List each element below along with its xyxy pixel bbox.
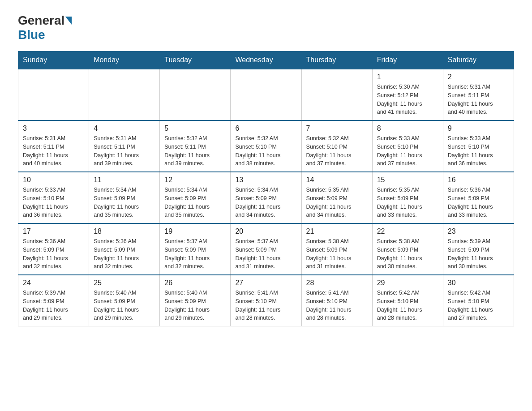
day-number: 19 <box>164 227 226 235</box>
day-info: Sunrise: 5:31 AMSunset: 5:11 PMDaylight:… <box>23 134 84 168</box>
day-number: 28 <box>306 279 368 287</box>
calendar-cell: 3Sunrise: 5:31 AMSunset: 5:11 PMDaylight… <box>18 120 89 172</box>
calendar-cell: 7Sunrise: 5:32 AMSunset: 5:10 PMDaylight… <box>301 120 372 172</box>
day-number: 25 <box>94 279 155 287</box>
day-number: 12 <box>164 176 226 184</box>
day-info: Sunrise: 5:33 AMSunset: 5:10 PMDaylight:… <box>448 134 509 168</box>
calendar-cell <box>89 69 160 120</box>
calendar-cell: 14Sunrise: 5:35 AMSunset: 5:09 PMDayligh… <box>301 172 372 223</box>
calendar-week-row: 1Sunrise: 5:30 AMSunset: 5:12 PMDaylight… <box>18 69 514 120</box>
day-info: Sunrise: 5:32 AMSunset: 5:11 PMDaylight:… <box>164 134 226 168</box>
calendar-cell: 17Sunrise: 5:36 AMSunset: 5:09 PMDayligh… <box>18 223 89 275</box>
weekday-header-friday: Friday <box>372 51 443 69</box>
day-info: Sunrise: 5:41 AMSunset: 5:10 PMDaylight:… <box>306 289 368 322</box>
calendar-cell <box>231 69 301 120</box>
day-number: 26 <box>164 279 226 287</box>
calendar-cell: 4Sunrise: 5:31 AMSunset: 5:11 PMDaylight… <box>89 120 160 172</box>
calendar-cell: 30Sunrise: 5:42 AMSunset: 5:10 PMDayligh… <box>443 275 514 326</box>
calendar-cell: 25Sunrise: 5:40 AMSunset: 5:09 PMDayligh… <box>89 275 160 326</box>
calendar-cell: 19Sunrise: 5:37 AMSunset: 5:09 PMDayligh… <box>160 223 231 275</box>
day-info: Sunrise: 5:31 AMSunset: 5:11 PMDaylight:… <box>448 83 509 116</box>
day-info: Sunrise: 5:35 AMSunset: 5:09 PMDaylight:… <box>377 186 438 219</box>
logo-blue-text: Blue <box>18 28 45 42</box>
calendar-cell: 27Sunrise: 5:41 AMSunset: 5:10 PMDayligh… <box>231 275 301 326</box>
logo-triangle-icon <box>65 17 72 25</box>
day-number: 9 <box>448 124 509 133</box>
day-number: 8 <box>377 124 438 133</box>
calendar-cell: 8Sunrise: 5:33 AMSunset: 5:10 PMDaylight… <box>372 120 443 172</box>
weekday-header-monday: Monday <box>89 51 160 69</box>
day-number: 5 <box>164 124 226 133</box>
day-number: 14 <box>306 176 368 184</box>
day-info: Sunrise: 5:34 AMSunset: 5:09 PMDaylight:… <box>94 186 155 219</box>
day-info: Sunrise: 5:32 AMSunset: 5:10 PMDaylight:… <box>235 134 296 168</box>
calendar-cell: 9Sunrise: 5:33 AMSunset: 5:10 PMDaylight… <box>443 120 514 172</box>
calendar-week-row: 3Sunrise: 5:31 AMSunset: 5:11 PMDaylight… <box>18 120 514 172</box>
logo-general-text: General <box>18 13 64 28</box>
calendar-cell: 20Sunrise: 5:37 AMSunset: 5:09 PMDayligh… <box>231 223 301 275</box>
weekday-header-row: SundayMondayTuesdayWednesdayThursdayFrid… <box>18 51 514 69</box>
calendar-cell <box>18 69 89 120</box>
weekday-header-wednesday: Wednesday <box>231 51 301 69</box>
weekday-header-thursday: Thursday <box>301 51 372 69</box>
day-number: 4 <box>94 124 155 133</box>
day-info: Sunrise: 5:34 AMSunset: 5:09 PMDaylight:… <box>235 186 296 219</box>
day-info: Sunrise: 5:39 AMSunset: 5:09 PMDaylight:… <box>448 237 509 271</box>
calendar-cell: 1Sunrise: 5:30 AMSunset: 5:12 PMDaylight… <box>372 69 443 120</box>
day-info: Sunrise: 5:35 AMSunset: 5:09 PMDaylight:… <box>306 186 368 219</box>
calendar-cell: 22Sunrise: 5:38 AMSunset: 5:09 PMDayligh… <box>372 223 443 275</box>
day-info: Sunrise: 5:40 AMSunset: 5:09 PMDaylight:… <box>94 289 155 322</box>
logo: General Blue <box>18 13 73 42</box>
day-number: 27 <box>235 279 296 287</box>
day-number: 3 <box>23 124 84 133</box>
day-info: Sunrise: 5:31 AMSunset: 5:11 PMDaylight:… <box>94 134 155 168</box>
calendar-cell: 26Sunrise: 5:40 AMSunset: 5:09 PMDayligh… <box>160 275 231 326</box>
day-number: 29 <box>377 279 438 287</box>
calendar-cell: 10Sunrise: 5:33 AMSunset: 5:10 PMDayligh… <box>18 172 89 223</box>
day-info: Sunrise: 5:42 AMSunset: 5:10 PMDaylight:… <box>448 289 509 322</box>
day-info: Sunrise: 5:37 AMSunset: 5:09 PMDaylight:… <box>235 237 296 271</box>
calendar-cell: 12Sunrise: 5:34 AMSunset: 5:09 PMDayligh… <box>160 172 231 223</box>
day-number: 16 <box>448 176 509 184</box>
calendar-cell: 13Sunrise: 5:34 AMSunset: 5:09 PMDayligh… <box>231 172 301 223</box>
calendar-cell: 2Sunrise: 5:31 AMSunset: 5:11 PMDaylight… <box>443 69 514 120</box>
day-info: Sunrise: 5:34 AMSunset: 5:09 PMDaylight:… <box>164 186 226 219</box>
day-number: 10 <box>23 176 84 184</box>
day-info: Sunrise: 5:36 AMSunset: 5:09 PMDaylight:… <box>448 186 509 219</box>
day-number: 17 <box>23 227 84 235</box>
calendar-cell: 24Sunrise: 5:39 AMSunset: 5:09 PMDayligh… <box>18 275 89 326</box>
page-header: General Blue <box>18 13 514 42</box>
calendar-week-row: 24Sunrise: 5:39 AMSunset: 5:09 PMDayligh… <box>18 275 514 326</box>
day-number: 23 <box>448 227 509 235</box>
day-info: Sunrise: 5:33 AMSunset: 5:10 PMDaylight:… <box>23 186 84 219</box>
calendar-cell: 23Sunrise: 5:39 AMSunset: 5:09 PMDayligh… <box>443 223 514 275</box>
day-number: 7 <box>306 124 368 133</box>
day-number: 20 <box>235 227 296 235</box>
weekday-header-tuesday: Tuesday <box>160 51 231 69</box>
day-info: Sunrise: 5:32 AMSunset: 5:10 PMDaylight:… <box>306 134 368 168</box>
day-number: 15 <box>377 176 438 184</box>
calendar-cell: 29Sunrise: 5:42 AMSunset: 5:10 PMDayligh… <box>372 275 443 326</box>
calendar-cell: 16Sunrise: 5:36 AMSunset: 5:09 PMDayligh… <box>443 172 514 223</box>
day-info: Sunrise: 5:36 AMSunset: 5:09 PMDaylight:… <box>94 237 155 271</box>
day-number: 18 <box>94 227 155 235</box>
calendar-cell: 28Sunrise: 5:41 AMSunset: 5:10 PMDayligh… <box>301 275 372 326</box>
calendar-week-row: 17Sunrise: 5:36 AMSunset: 5:09 PMDayligh… <box>18 223 514 275</box>
calendar-week-row: 10Sunrise: 5:33 AMSunset: 5:10 PMDayligh… <box>18 172 514 223</box>
day-number: 6 <box>235 124 296 133</box>
day-info: Sunrise: 5:39 AMSunset: 5:09 PMDaylight:… <box>23 289 84 322</box>
calendar-cell: 18Sunrise: 5:36 AMSunset: 5:09 PMDayligh… <box>89 223 160 275</box>
calendar-cell <box>301 69 372 120</box>
calendar-cell: 6Sunrise: 5:32 AMSunset: 5:10 PMDaylight… <box>231 120 301 172</box>
calendar-cell: 15Sunrise: 5:35 AMSunset: 5:09 PMDayligh… <box>372 172 443 223</box>
day-info: Sunrise: 5:38 AMSunset: 5:09 PMDaylight:… <box>306 237 368 271</box>
day-number: 24 <box>23 279 84 287</box>
calendar-cell: 21Sunrise: 5:38 AMSunset: 5:09 PMDayligh… <box>301 223 372 275</box>
calendar-cell <box>160 69 231 120</box>
day-number: 2 <box>448 73 509 81</box>
day-info: Sunrise: 5:36 AMSunset: 5:09 PMDaylight:… <box>23 237 84 271</box>
day-info: Sunrise: 5:40 AMSunset: 5:09 PMDaylight:… <box>164 289 226 322</box>
weekday-header-saturday: Saturday <box>443 51 514 69</box>
day-info: Sunrise: 5:42 AMSunset: 5:10 PMDaylight:… <box>377 289 438 322</box>
calendar-table: SundayMondayTuesdayWednesdayThursdayFrid… <box>18 51 514 326</box>
